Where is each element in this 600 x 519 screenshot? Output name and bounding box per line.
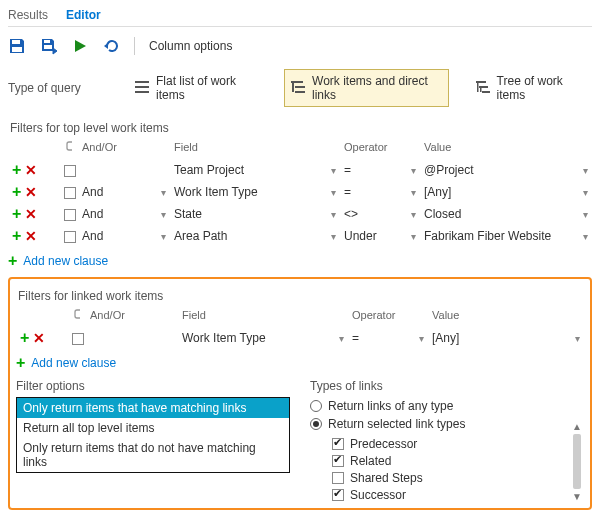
chevron-down-icon[interactable]: ▾ [411, 231, 416, 242]
undo-icon[interactable] [102, 37, 120, 55]
row-checkbox[interactable] [64, 209, 76, 221]
delete-row-icon[interactable]: ✕ [25, 228, 37, 244]
field-value[interactable]: Work Item Type [174, 185, 258, 199]
chevron-down-icon[interactable]: ▾ [331, 231, 336, 242]
field-value[interactable]: Work Item Type [182, 331, 266, 345]
chevron-down-icon[interactable]: ▾ [411, 165, 416, 176]
chevron-down-icon[interactable]: ▾ [331, 187, 336, 198]
query-type-direct-links[interactable]: Work items and direct links [284, 69, 449, 107]
add-row-icon[interactable]: + [12, 183, 21, 200]
checkbox-icon[interactable] [332, 489, 344, 501]
operator-value[interactable]: = [352, 331, 359, 345]
add-row-icon[interactable]: + [12, 227, 21, 244]
svg-rect-10 [292, 83, 294, 92]
link-type-label: Successor [350, 488, 406, 502]
delete-row-icon[interactable]: ✕ [25, 162, 37, 178]
linked-filters-title: Filters for linked work items [18, 289, 584, 303]
operator-value[interactable]: = [344, 185, 351, 199]
row-checkbox[interactable] [64, 165, 76, 177]
radio-links-selected[interactable]: Return selected link types [310, 415, 584, 433]
filter-option[interactable]: Only return items that do not have match… [17, 438, 289, 472]
query-type-tree[interactable]: Tree of work items [469, 69, 592, 107]
svg-rect-15 [480, 88, 482, 92]
link-type-label: Predecessor [350, 437, 417, 451]
chevron-down-icon[interactable]: ▾ [339, 333, 344, 344]
column-options-button[interactable]: Column options [149, 39, 232, 53]
andor-value: And [82, 207, 103, 221]
add-row-icon[interactable]: + [12, 205, 21, 222]
value-cell[interactable]: Closed [424, 207, 461, 221]
table-row: +✕ Team Project▾=▾@Project▾ [8, 159, 592, 181]
filter-options-list[interactable]: Only return items that have matching lin… [16, 397, 290, 473]
radio-links-any[interactable]: Return links of any type [310, 397, 584, 415]
col-header-val: Value [420, 139, 592, 159]
query-type-direct-label: Work items and direct links [312, 74, 442, 102]
svg-rect-12 [479, 86, 488, 88]
add-clause-top[interactable]: + Add new clause [8, 253, 592, 269]
row-checkbox[interactable] [72, 333, 84, 345]
col-header-field: Field [178, 307, 348, 327]
checkbox-icon[interactable] [332, 438, 344, 450]
scroll-up-icon[interactable]: ▲ [572, 421, 582, 432]
query-type-flat[interactable]: Flat list of work items [128, 69, 264, 107]
operator-value[interactable]: = [344, 163, 351, 177]
row-checkbox[interactable] [64, 187, 76, 199]
link-type-item[interactable]: Shared Steps [332, 471, 584, 485]
operator-value[interactable]: <> [344, 207, 358, 221]
operator-value[interactable]: Under [344, 229, 377, 243]
chevron-down-icon[interactable]: ▾ [583, 231, 588, 242]
delete-row-icon[interactable]: ✕ [33, 330, 45, 346]
chevron-down-icon[interactable]: ▾ [331, 209, 336, 220]
filter-option[interactable]: Return all top level items [17, 418, 289, 438]
svg-rect-11 [476, 81, 486, 83]
checkbox-icon[interactable] [332, 455, 344, 467]
link-type-item[interactable]: Related [332, 454, 584, 468]
field-value[interactable]: State [174, 207, 202, 221]
chevron-down-icon[interactable]: ▾ [583, 209, 588, 220]
group-clauses-icon[interactable] [72, 309, 84, 321]
value-cell[interactable]: Fabrikam Fiber Website [424, 229, 551, 243]
chevron-down-icon[interactable]: ▾ [583, 187, 588, 198]
value-cell[interactable]: [Any] [424, 185, 451, 199]
chevron-down-icon[interactable]: ▾ [419, 333, 424, 344]
row-checkbox[interactable] [64, 231, 76, 243]
svg-rect-6 [135, 91, 149, 93]
scroll-thumb[interactable] [573, 434, 581, 489]
query-type-flat-label: Flat list of work items [156, 74, 257, 102]
chevron-down-icon[interactable]: ▾ [583, 165, 588, 176]
chevron-down-icon[interactable]: ▾ [575, 333, 580, 344]
chevron-down-icon[interactable]: ▾ [411, 209, 416, 220]
delete-row-icon[interactable]: ✕ [25, 206, 37, 222]
direct-links-icon [291, 80, 307, 97]
run-icon[interactable] [72, 38, 88, 54]
link-types-scrollbar[interactable]: ▲ ▼ [570, 421, 584, 502]
field-value[interactable]: Team Project [174, 163, 244, 177]
save-icon[interactable] [8, 37, 26, 55]
tab-editor[interactable]: Editor [66, 8, 101, 22]
value-cell[interactable]: @Project [424, 163, 474, 177]
add-clause-linked[interactable]: + Add new clause [16, 355, 584, 371]
col-header-andor: And/Or [90, 309, 125, 321]
chevron-down-icon[interactable]: ▾ [161, 231, 166, 242]
link-type-item[interactable]: Successor [332, 488, 584, 502]
value-cell[interactable]: [Any] [432, 331, 459, 345]
svg-rect-8 [295, 86, 305, 88]
chevron-down-icon[interactable]: ▾ [161, 187, 166, 198]
scroll-down-icon[interactable]: ▼ [572, 491, 582, 502]
add-row-icon[interactable]: + [20, 329, 29, 346]
field-value[interactable]: Area Path [174, 229, 227, 243]
filter-option[interactable]: Only return items that have matching lin… [17, 398, 289, 418]
delete-row-icon[interactable]: ✕ [25, 184, 37, 200]
chevron-down-icon[interactable]: ▾ [331, 165, 336, 176]
chevron-down-icon[interactable]: ▾ [161, 209, 166, 220]
chevron-down-icon[interactable]: ▾ [411, 187, 416, 198]
save-as-icon[interactable] [40, 37, 58, 55]
add-row-icon[interactable]: + [12, 161, 21, 178]
plus-icon: + [8, 253, 17, 269]
checkbox-icon[interactable] [332, 472, 344, 484]
svg-rect-5 [135, 86, 149, 88]
group-clauses-icon[interactable] [64, 141, 76, 153]
link-type-item[interactable]: Predecessor [332, 437, 584, 451]
table-row: +✕ And▾Work Item Type▾=▾[Any]▾ [8, 181, 592, 203]
tab-results[interactable]: Results [8, 8, 48, 22]
